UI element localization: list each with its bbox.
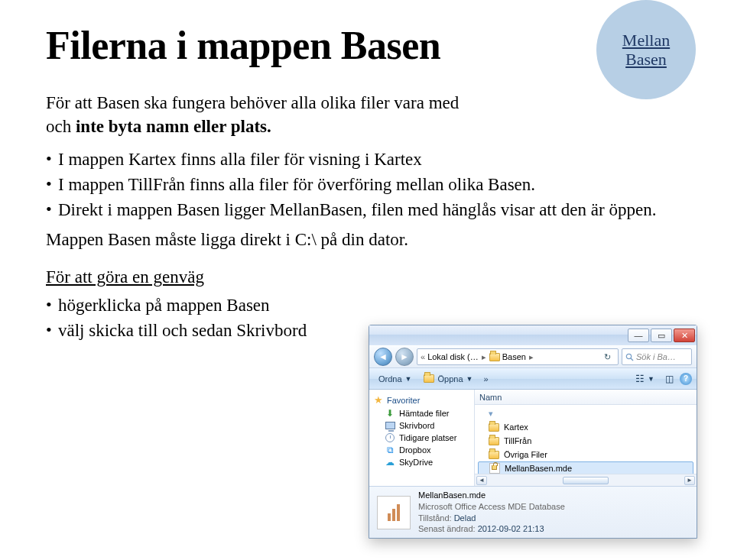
search-placeholder: Sök i Ba… [636,352,676,361]
row-mellanbasen[interactable]: MellanBasen.mde [478,461,693,474]
row-ovriga[interactable]: Övriga Filer [475,448,697,461]
nav-item-skydrive[interactable]: ☁SkyDrive [369,456,474,468]
details-state-value: Delad [454,513,476,523]
svg-line-1 [631,358,633,361]
toolbar-open[interactable]: Öppna ▼ [418,371,478,387]
mde-lock-icon [489,463,500,474]
row-tillfran[interactable]: TillFrån [475,434,697,448]
breadcrumb[interactable]: « Lokal disk (… ▸ Basen ▸ ↻ [417,348,619,365]
details-modified-label: Senast ändrad: [418,524,476,533]
star-icon: ★ [374,394,383,406]
back-button[interactable]: ◄ [374,348,392,366]
folder-icon [489,422,499,432]
nav-item-desktop[interactable]: Skrivbord [369,419,474,432]
spacer-row: ▾ [475,406,697,420]
forward-button[interactable]: ► [395,348,414,366]
help-icon[interactable]: ? [680,373,692,385]
toolbar-preview-icon[interactable]: ◫ [661,372,678,386]
scroll-left-button[interactable]: ◄ [476,476,487,485]
nav-item-recent[interactable]: Tidigare platser [369,432,474,444]
maximize-button[interactable]: ▭ [651,329,672,342]
details-filename: MellanBasen.mde [418,490,486,500]
intro-line-2-bold: inte byta namn eller plats. [76,117,271,136]
bullet-2: I mappen TillFrån finns alla filer för ö… [46,173,688,196]
content-pane: Namn ▾ Kartex TillFrån Övriga Filer Mell… [475,390,697,486]
close-button[interactable]: ✕ [674,329,695,342]
search-input[interactable]: Sök i Ba… [622,348,692,365]
refresh-icon[interactable]: ↻ [599,352,615,362]
body-text: För att Basen ska fungera behöver alla o… [46,91,688,342]
explorer-window: — ▭ ✕ ◄ ► « Lokal disk (… ▸ Basen ▸ ↻ Sö… [369,325,697,539]
toolbar-more[interactable]: » [479,373,492,385]
dropbox-icon: ⧉ [385,445,395,455]
details-filetype: Microsoft Office Access MDE Database [418,502,565,511]
toolbar-organize[interactable]: Ordna ▼ [374,373,417,385]
recent-icon [385,432,395,443]
intro-line-2: och inte byta namn eller plats. [46,115,688,138]
toolbar: Ordna ▼ Öppna ▼ » ☷ ▼ ◫ ? [369,368,697,390]
file-icon-large [377,496,411,529]
row-kartex[interactable]: Kartex [475,420,697,434]
svg-point-0 [626,354,631,358]
page-title: Filerna i mappen Basen [46,23,688,68]
window-titlebar[interactable]: — ▭ ✕ [369,325,697,345]
nav-item-dropbox[interactable]: ⧉Dropbox [369,444,474,456]
details-state-label: Tillstånd: [418,513,452,523]
open-icon [423,373,435,385]
badge-mellan-basen: Mellan Basen [596,0,696,99]
folder-icon [489,435,499,446]
details-modified-value: 2012-09-02 21:13 [478,524,544,533]
toolbar-view-icon[interactable]: ☷ ▼ [631,371,659,386]
breadcrumb-seg-2[interactable]: Basen [502,352,526,361]
minimize-button[interactable]: — [628,329,649,342]
details-pane: MellanBasen.mde Microsoft Office Access … [369,486,697,538]
horizontal-scrollbar[interactable]: ◄ ► [475,474,697,486]
nav-bar: ◄ ► « Lokal disk (… ▸ Basen ▸ ↻ Sök i Ba… [369,345,697,368]
nav-pane: ★ Favoriter ⬇Hämtade filer Skrivbord Tid… [369,390,475,486]
column-header-name[interactable]: Namn [475,390,697,405]
nav-item-downloads[interactable]: ⬇Hämtade filer [369,407,474,419]
sub-heading: För att göra en genväg [46,265,688,289]
breadcrumb-seg-1[interactable]: Lokal disk (… [427,352,479,361]
intro-line-1: För att Basen ska fungera behöver alla o… [46,91,688,115]
nav-favorites[interactable]: ★ Favoriter [369,393,474,407]
download-icon: ⬇ [385,408,395,419]
note-line: Mappen Basen måste ligga direkt i C:\ på… [46,228,688,251]
skydrive-icon: ☁ [385,457,395,468]
intro-line-2-prefix: och [46,117,76,136]
scroll-thumb[interactable] [563,477,609,484]
desktop-icon [385,420,395,431]
sub-bullet-1: högerklicka på mappen Basen [46,293,688,317]
folder-icon [489,449,499,460]
bullet-3: Direkt i mappen Basen ligger MellanBasen… [46,198,688,222]
scroll-right-button[interactable]: ► [684,476,695,485]
bullet-1: I mappen Kartex finns alla filer för vis… [46,147,688,171]
search-icon [625,353,634,361]
